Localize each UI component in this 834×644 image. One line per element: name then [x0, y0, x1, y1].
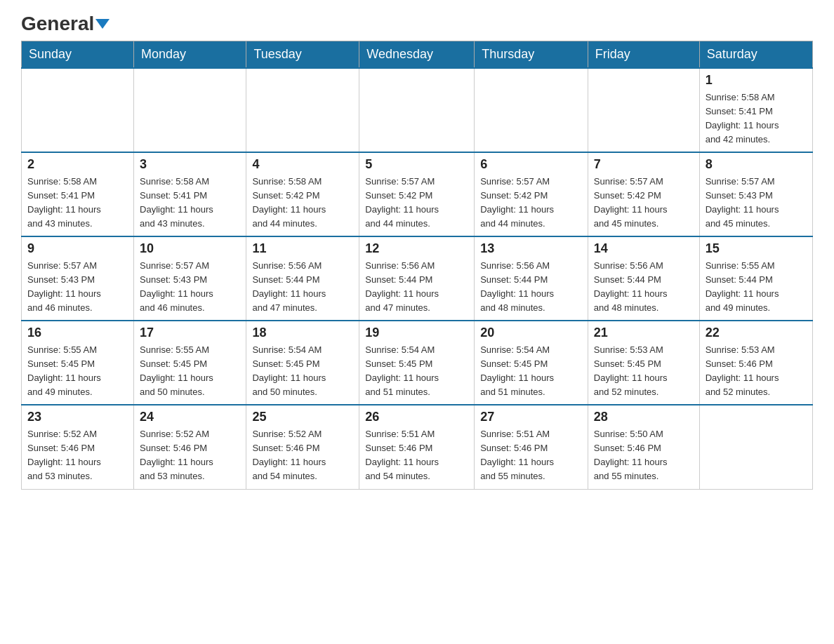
- day-number: 11: [252, 241, 353, 256]
- calendar-week-row: 23Sunrise: 5:52 AM Sunset: 5:46 PM Dayli…: [22, 405, 813, 489]
- weekday-header-wednesday: Wednesday: [359, 41, 475, 69]
- calendar-cell: 9Sunrise: 5:57 AM Sunset: 5:43 PM Daylig…: [22, 236, 134, 321]
- weekday-header-saturday: Saturday: [699, 41, 812, 69]
- calendar-cell: 19Sunrise: 5:54 AM Sunset: 5:45 PM Dayli…: [359, 321, 475, 405]
- calendar-cell: 21Sunrise: 5:53 AM Sunset: 5:45 PM Dayli…: [588, 321, 699, 405]
- calendar-cell: 27Sunrise: 5:51 AM Sunset: 5:46 PM Dayli…: [475, 405, 588, 489]
- day-info: Sunrise: 5:52 AM Sunset: 5:46 PM Dayligh…: [27, 427, 128, 484]
- day-info: Sunrise: 5:50 AM Sunset: 5:46 PM Dayligh…: [594, 427, 694, 484]
- day-info: Sunrise: 5:57 AM Sunset: 5:42 PM Dayligh…: [480, 175, 582, 232]
- weekday-header-sunday: Sunday: [22, 41, 134, 69]
- calendar-cell: 4Sunrise: 5:58 AM Sunset: 5:42 PM Daylig…: [246, 152, 359, 236]
- day-number: 5: [365, 157, 468, 172]
- day-number: 7: [594, 157, 694, 172]
- day-info: Sunrise: 5:55 AM Sunset: 5:45 PM Dayligh…: [27, 343, 128, 400]
- calendar-week-row: 2Sunrise: 5:58 AM Sunset: 5:41 PM Daylig…: [22, 152, 813, 236]
- day-info: Sunrise: 5:58 AM Sunset: 5:41 PM Dayligh…: [140, 175, 240, 232]
- calendar-cell: [475, 68, 588, 152]
- day-number: 14: [594, 241, 694, 256]
- day-info: Sunrise: 5:57 AM Sunset: 5:42 PM Dayligh…: [365, 175, 468, 232]
- day-info: Sunrise: 5:58 AM Sunset: 5:41 PM Dayligh…: [706, 90, 807, 147]
- calendar-cell: 14Sunrise: 5:56 AM Sunset: 5:44 PM Dayli…: [588, 236, 699, 321]
- day-number: 12: [365, 241, 468, 256]
- calendar-cell: [22, 68, 134, 152]
- calendar-cell: 6Sunrise: 5:57 AM Sunset: 5:42 PM Daylig…: [475, 152, 588, 236]
- calendar-week-row: 1Sunrise: 5:58 AM Sunset: 5:41 PM Daylig…: [22, 68, 813, 152]
- logo-arrow-icon: [95, 19, 110, 29]
- calendar-cell: 7Sunrise: 5:57 AM Sunset: 5:42 PM Daylig…: [588, 152, 699, 236]
- day-info: Sunrise: 5:57 AM Sunset: 5:42 PM Dayligh…: [594, 175, 694, 232]
- day-number: 9: [27, 241, 128, 256]
- calendar-cell: 20Sunrise: 5:54 AM Sunset: 5:45 PM Dayli…: [475, 321, 588, 405]
- day-number: 4: [252, 157, 353, 172]
- day-info: Sunrise: 5:54 AM Sunset: 5:45 PM Dayligh…: [365, 343, 468, 400]
- calendar-cell: 12Sunrise: 5:56 AM Sunset: 5:44 PM Dayli…: [359, 236, 475, 321]
- day-number: 19: [365, 326, 468, 340]
- day-info: Sunrise: 5:54 AM Sunset: 5:45 PM Dayligh…: [252, 343, 353, 400]
- weekday-header-tuesday: Tuesday: [246, 41, 359, 69]
- day-info: Sunrise: 5:53 AM Sunset: 5:46 PM Dayligh…: [706, 343, 807, 400]
- calendar-cell: 16Sunrise: 5:55 AM Sunset: 5:45 PM Dayli…: [22, 321, 134, 405]
- calendar-header-row: SundayMondayTuesdayWednesdayThursdayFrid…: [22, 41, 813, 69]
- day-number: 17: [140, 326, 240, 340]
- weekday-header-thursday: Thursday: [475, 41, 588, 69]
- day-number: 24: [140, 410, 240, 424]
- day-number: 20: [480, 326, 582, 340]
- day-number: 18: [252, 326, 353, 340]
- logo: General: [21, 14, 110, 34]
- calendar-cell: 22Sunrise: 5:53 AM Sunset: 5:46 PM Dayli…: [699, 321, 812, 405]
- weekday-header-monday: Monday: [134, 41, 246, 69]
- day-info: Sunrise: 5:55 AM Sunset: 5:45 PM Dayligh…: [140, 343, 240, 400]
- day-info: Sunrise: 5:54 AM Sunset: 5:45 PM Dayligh…: [480, 343, 582, 400]
- day-info: Sunrise: 5:57 AM Sunset: 5:43 PM Dayligh…: [140, 259, 240, 316]
- day-info: Sunrise: 5:55 AM Sunset: 5:44 PM Dayligh…: [706, 259, 807, 316]
- day-info: Sunrise: 5:56 AM Sunset: 5:44 PM Dayligh…: [594, 259, 694, 316]
- calendar-cell: 17Sunrise: 5:55 AM Sunset: 5:45 PM Dayli…: [134, 321, 246, 405]
- day-info: Sunrise: 5:52 AM Sunset: 5:46 PM Dayligh…: [140, 427, 240, 484]
- day-number: 10: [140, 241, 240, 256]
- day-info: Sunrise: 5:52 AM Sunset: 5:46 PM Dayligh…: [252, 427, 353, 484]
- day-info: Sunrise: 5:51 AM Sunset: 5:46 PM Dayligh…: [365, 427, 468, 484]
- calendar-cell: [588, 68, 699, 152]
- day-number: 23: [27, 410, 128, 424]
- calendar-cell: 28Sunrise: 5:50 AM Sunset: 5:46 PM Dayli…: [588, 405, 699, 489]
- page-header: General: [21, 14, 813, 34]
- calendar-week-row: 16Sunrise: 5:55 AM Sunset: 5:45 PM Dayli…: [22, 321, 813, 405]
- day-number: 15: [706, 241, 807, 256]
- day-info: Sunrise: 5:53 AM Sunset: 5:45 PM Dayligh…: [594, 343, 694, 400]
- calendar-cell: 18Sunrise: 5:54 AM Sunset: 5:45 PM Dayli…: [246, 321, 359, 405]
- calendar-cell: 11Sunrise: 5:56 AM Sunset: 5:44 PM Dayli…: [246, 236, 359, 321]
- day-number: 16: [27, 326, 128, 340]
- day-info: Sunrise: 5:56 AM Sunset: 5:44 PM Dayligh…: [365, 259, 468, 316]
- calendar-cell: 13Sunrise: 5:56 AM Sunset: 5:44 PM Dayli…: [475, 236, 588, 321]
- weekday-header-friday: Friday: [588, 41, 699, 69]
- calendar-cell: 25Sunrise: 5:52 AM Sunset: 5:46 PM Dayli…: [246, 405, 359, 489]
- calendar-cell: 15Sunrise: 5:55 AM Sunset: 5:44 PM Dayli…: [699, 236, 812, 321]
- calendar-cell: 5Sunrise: 5:57 AM Sunset: 5:42 PM Daylig…: [359, 152, 475, 236]
- day-number: 28: [594, 410, 694, 424]
- day-number: 22: [706, 326, 807, 340]
- day-number: 2: [27, 157, 128, 172]
- day-info: Sunrise: 5:58 AM Sunset: 5:42 PM Dayligh…: [252, 175, 353, 232]
- day-number: 8: [706, 157, 807, 172]
- day-info: Sunrise: 5:56 AM Sunset: 5:44 PM Dayligh…: [480, 259, 582, 316]
- day-info: Sunrise: 5:57 AM Sunset: 5:43 PM Dayligh…: [27, 259, 128, 316]
- calendar-cell: 2Sunrise: 5:58 AM Sunset: 5:41 PM Daylig…: [22, 152, 134, 236]
- day-number: 1: [706, 73, 807, 88]
- calendar-cell: 8Sunrise: 5:57 AM Sunset: 5:43 PM Daylig…: [699, 152, 812, 236]
- day-number: 27: [480, 410, 582, 424]
- day-number: 6: [480, 157, 582, 172]
- day-info: Sunrise: 5:58 AM Sunset: 5:41 PM Dayligh…: [27, 175, 128, 232]
- calendar-cell: 24Sunrise: 5:52 AM Sunset: 5:46 PM Dayli…: [134, 405, 246, 489]
- day-number: 26: [365, 410, 468, 424]
- calendar-week-row: 9Sunrise: 5:57 AM Sunset: 5:43 PM Daylig…: [22, 236, 813, 321]
- day-number: 13: [480, 241, 582, 256]
- calendar-cell: 10Sunrise: 5:57 AM Sunset: 5:43 PM Dayli…: [134, 236, 246, 321]
- calendar-cell: [359, 68, 475, 152]
- calendar-cell: [699, 405, 812, 489]
- calendar-cell: [246, 68, 359, 152]
- day-number: 21: [594, 326, 694, 340]
- day-info: Sunrise: 5:51 AM Sunset: 5:46 PM Dayligh…: [480, 427, 582, 484]
- day-info: Sunrise: 5:56 AM Sunset: 5:44 PM Dayligh…: [252, 259, 353, 316]
- day-number: 25: [252, 410, 353, 424]
